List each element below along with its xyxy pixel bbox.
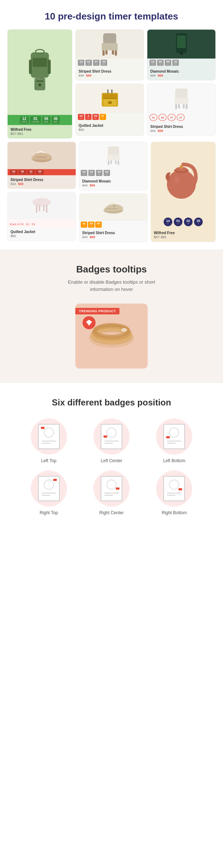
card-img-area-rt	[44, 480, 54, 490]
timer-card-wilfred-large2[interactable]: 14d 01h 02m 35s Wilfred Free $67–$81	[151, 142, 216, 242]
timer-sec: 45 SEC	[52, 116, 60, 124]
position-item-right-bottom: Right Bottom	[147, 470, 202, 515]
svg-rect-36	[46, 205, 47, 213]
position-label-rt: Right Top	[39, 510, 58, 515]
svg-rect-8	[103, 33, 116, 44]
timer-hours: 01 HOURS	[30, 116, 41, 124]
section1-title: 10 pre-design timer templates	[7, 11, 216, 22]
svg-rect-28	[186, 104, 188, 109]
card-icon-lb	[163, 424, 185, 449]
timer-bar-colored-1: 14d 1h 04m 37s	[76, 113, 144, 121]
svg-point-17	[180, 52, 183, 55]
timer-bar-green: 12 DAYS 01 HOURS 05 MIN. 45 SEC	[8, 115, 72, 125]
position-circle-rc	[93, 470, 130, 507]
timer-bar-circle: 31 00 37 37	[147, 113, 215, 122]
diamond-badge-icon	[83, 316, 96, 329]
chair-image-1	[99, 31, 121, 57]
card-icon-rb	[163, 476, 185, 501]
position-circle-lt	[31, 418, 67, 455]
svg-rect-44	[115, 160, 117, 164]
position-circle-lc	[93, 418, 130, 455]
svg-rect-41	[108, 160, 109, 165]
position-item-left-top: Left Top	[21, 418, 76, 463]
timer-card-quilted-2[interactable]: Ends In 54 : 01 : 29 Quilted Jacket $60	[7, 192, 76, 241]
svg-rect-6	[29, 60, 32, 74]
timer-bar-colored-2: 41h 59m 06s	[79, 221, 147, 228]
badge-dot-lb	[166, 436, 170, 438]
card-icon-rt	[38, 476, 60, 501]
chair-image-2	[172, 87, 190, 110]
timer-bar-text: Ends In 54 : 01 : 29	[8, 219, 76, 227]
timer-card-striped-shirt-3[interactable]: 41h 59m 06s Striped Shirt Dress $88 $69	[79, 193, 148, 242]
svg-rect-10	[102, 50, 105, 56]
svg-rect-27	[175, 104, 177, 109]
timer-min: 05 MIN.	[42, 116, 50, 124]
card-lines-rb	[167, 493, 181, 497]
badges-section: Badges tooltips Enable or disable Badges…	[0, 249, 223, 383]
badge-demo-card: TRENDING PRODUCT	[75, 304, 148, 369]
svg-rect-15	[177, 35, 186, 48]
svg-rect-30	[183, 104, 185, 108]
position-label-lb: Left Bottom	[163, 458, 185, 463]
svg-rect-7	[48, 60, 51, 74]
svg-rect-37	[39, 205, 40, 211]
trending-badge: TRENDING PRODUCT	[75, 308, 119, 314]
timer-days: 12 DAYS	[20, 116, 29, 124]
bag-image	[100, 87, 120, 109]
svg-rect-32	[35, 156, 46, 158]
card-img-area-lc	[106, 427, 117, 438]
position-item-right-top: Right Top	[21, 470, 76, 515]
svg-rect-13	[112, 50, 114, 55]
timer-card-striped-shirt-2[interactable]: 31 00 37 37 Striped Shirt Dress $88 $69	[147, 83, 216, 136]
shoes-image	[102, 200, 125, 215]
svg-rect-46	[105, 208, 118, 209]
badge-dot-rt	[53, 479, 57, 481]
teapot-image	[163, 155, 203, 202]
timer-card-diamond-1[interactable]: 14h 00m 55s 44ms Diamond Mosaic $88 $69	[147, 29, 216, 81]
position-circle-lb	[156, 418, 192, 455]
backpack-image	[22, 49, 58, 96]
svg-rect-22	[111, 89, 113, 94]
svg-rect-43	[110, 160, 112, 164]
timer-card-wilfred-large[interactable]: 12 DAYS 01 HOURS 05 MIN. 45 SEC Wilfred …	[7, 29, 72, 139]
svg-rect-35	[36, 205, 37, 213]
svg-point-52	[174, 176, 180, 184]
position-label-lc: Left Center	[101, 458, 122, 463]
position-label-lt: Left Top	[41, 458, 56, 463]
svg-point-5	[38, 83, 41, 86]
timer-card-striped-shirt-1[interactable]: 13h 01m 07s 40ms Striped Shirt Dress $88…	[75, 29, 144, 81]
positions-grid: Left Top Left Center	[21, 418, 202, 515]
timer-bar-gray-2: 14h 00m 55s 44ms	[147, 59, 215, 67]
card-lines-lc	[104, 441, 119, 445]
svg-rect-23	[103, 98, 117, 99]
timer-card-striped-dress-3[interactable]: 04d 06h 01m 09s Striped Shirt Dress $88 …	[7, 142, 76, 189]
timer-bar-dark-circles: 14d 01h 02m 35s	[151, 215, 215, 228]
card-icon-lt	[38, 424, 60, 449]
svg-rect-39	[108, 146, 119, 155]
positions-section: Six different badges position Left Top	[0, 383, 223, 526]
position-item-left-bottom: Left Bottom	[147, 418, 202, 463]
badge-dot-rc	[116, 487, 119, 490]
card-icon-lc	[101, 424, 122, 449]
svg-rect-24	[108, 101, 112, 104]
card-lines-lb	[167, 441, 181, 445]
card-icon-rc	[101, 476, 122, 501]
table-image	[31, 196, 52, 216]
svg-rect-29	[178, 104, 180, 108]
card-img-area-rc	[106, 480, 117, 490]
svg-rect-42	[118, 160, 119, 165]
badge-dot-lc	[104, 435, 107, 438]
position-circle-rt	[31, 470, 67, 507]
position-item-left-center: Left Center	[84, 418, 139, 463]
svg-rect-25	[175, 89, 188, 99]
badge-dot-lt	[41, 427, 45, 429]
timer-bar-red-dots: 04d 06h 01m 09s	[8, 169, 76, 175]
card-img-area-rb	[169, 480, 179, 490]
card-img-area-lb	[169, 427, 179, 438]
sneakers-image	[30, 149, 54, 163]
timer-card-diamond-2[interactable]: 14d 01h 05m 52s Diamond Mosaic $88 $69	[79, 142, 148, 190]
card-lines-rc	[104, 493, 119, 497]
timer-bar-gray-1: 13h 01m 07s 40ms	[76, 59, 144, 67]
svg-rect-38	[43, 205, 45, 211]
timer-card-quilted-1[interactable]: 14d 1h 04m 37s Quilted Jacket $60	[75, 83, 144, 136]
